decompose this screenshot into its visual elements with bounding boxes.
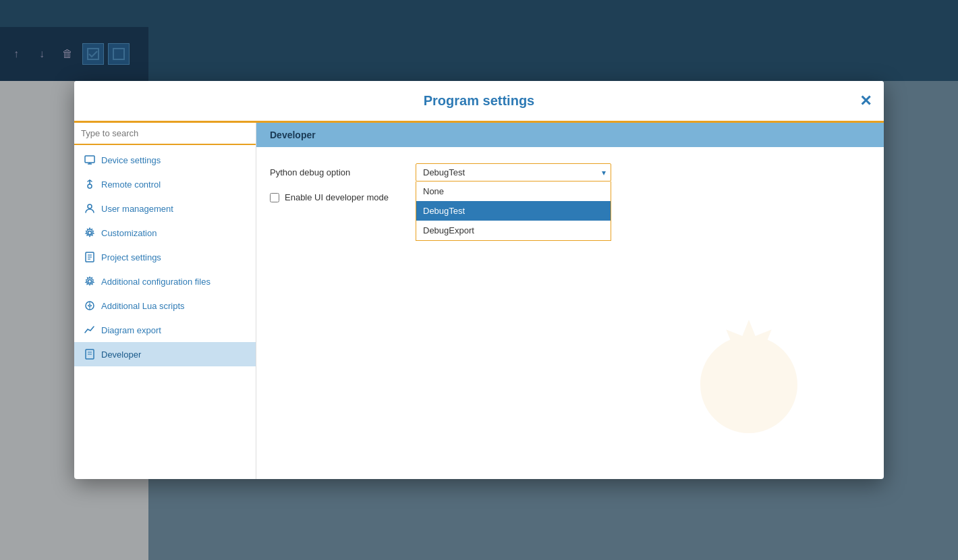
- sidebar-item-project-settings[interactable]: Project settings: [74, 245, 256, 269]
- modal-body: Device settingsRemote controlUser manage…: [74, 123, 884, 479]
- sidebar-item-additional-lua[interactable]: Additional Lua scripts: [74, 293, 256, 318]
- section-body: Python debug option NoneDebugTestDebugEx…: [256, 147, 884, 479]
- additional-lua-icon: [84, 300, 96, 312]
- enable-ui-label: Enable UI developer mode: [285, 192, 389, 202]
- sidebar-item-diagram-export[interactable]: Diagram export: [74, 318, 256, 342]
- svg-rect-2: [85, 156, 94, 163]
- modal-overlay: Program settings ✕ Device settingsRemote…: [0, 0, 958, 560]
- sidebar-label-project-settings: Project settings: [101, 252, 246, 262]
- sidebar-label-customization: Customization: [101, 228, 246, 238]
- settings-sidebar: Device settingsRemote controlUser manage…: [74, 123, 256, 479]
- enable-ui-checkbox[interactable]: [270, 193, 279, 202]
- svg-point-12: [88, 280, 92, 283]
- search-input[interactable]: [81, 128, 249, 138]
- sidebar-label-additional-config: Additional configuration files: [101, 277, 246, 287]
- customization-icon: [84, 227, 96, 239]
- sidebar-item-additional-config[interactable]: Additional configuration files: [74, 269, 256, 293]
- search-box[interactable]: [74, 123, 256, 145]
- nav-items: Device settingsRemote controlUser manage…: [74, 145, 256, 479]
- modal-header: Program settings ✕: [74, 81, 884, 123]
- modal-title: Program settings: [424, 93, 534, 109]
- svg-point-5: [88, 184, 92, 188]
- sidebar-item-developer[interactable]: Developer: [74, 342, 256, 366]
- python-debug-row: Python debug option NoneDebugTestDebugEx…: [270, 163, 870, 181]
- python-debug-select[interactable]: NoneDebugTestDebugExport: [416, 163, 611, 181]
- dropdown-list[interactable]: NoneDebugTestDebugExport: [416, 181, 611, 241]
- diagram-export-icon: [84, 324, 96, 336]
- sidebar-item-remote-control[interactable]: Remote control: [74, 172, 256, 196]
- remote-control-icon: [84, 178, 96, 190]
- close-button[interactable]: ✕: [860, 94, 872, 109]
- additional-config-icon: [84, 275, 96, 287]
- sidebar-item-device-settings[interactable]: Device settings: [74, 148, 256, 172]
- dropdown-option-none[interactable]: None: [416, 181, 611, 201]
- project-settings-icon: [84, 251, 96, 263]
- svg-point-6: [88, 204, 92, 208]
- svg-point-7: [88, 231, 92, 235]
- sidebar-item-customization[interactable]: Customization: [74, 221, 256, 245]
- sidebar-label-additional-lua: Additional Lua scripts: [101, 301, 246, 311]
- sidebar-label-device-settings: Device settings: [101, 155, 246, 165]
- user-management-icon: [84, 202, 96, 215]
- dropdown-option-debugexport[interactable]: DebugExport: [416, 221, 611, 240]
- device-settings-icon: [84, 154, 96, 166]
- sidebar-label-remote-control: Remote control: [101, 179, 246, 190]
- section-header: Developer: [256, 123, 884, 147]
- python-debug-select-wrapper[interactable]: NoneDebugTestDebugExport ▾ NoneDebugTest…: [416, 163, 611, 181]
- sidebar-label-user-management: User management: [101, 204, 246, 214]
- program-settings-modal: Program settings ✕ Device settingsRemote…: [74, 81, 884, 479]
- python-debug-label: Python debug option: [270, 167, 405, 177]
- dropdown-option-debugtest[interactable]: DebugTest: [416, 201, 611, 221]
- content-area: Developer Python debug option NoneDebugT…: [256, 123, 884, 479]
- gear-watermark: [668, 304, 830, 466]
- sidebar-item-user-management[interactable]: User management: [74, 196, 256, 221]
- sidebar-label-diagram-export: Diagram export: [101, 325, 246, 335]
- sidebar-label-developer: Developer: [101, 349, 246, 360]
- developer-icon: [84, 348, 96, 360]
